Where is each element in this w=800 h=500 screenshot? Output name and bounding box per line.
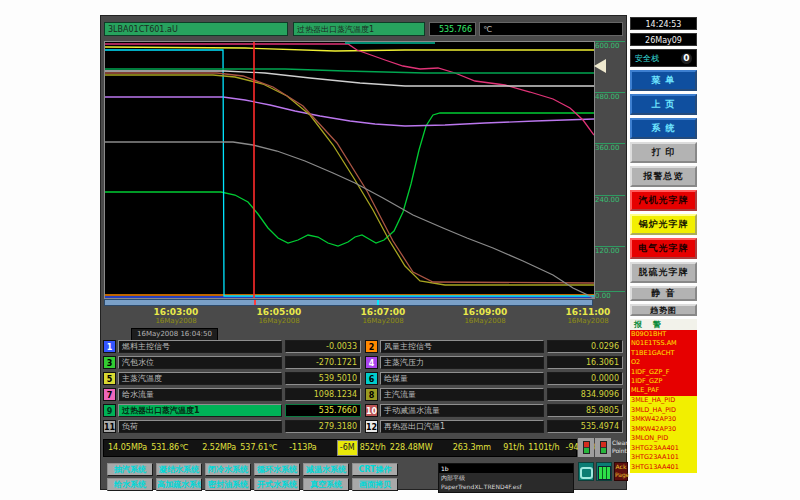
trend-stop-button[interactable] bbox=[595, 438, 611, 457]
x-tick-date: 16May2008 bbox=[343, 317, 423, 325]
sidebar-button[interactable]: 系 统 bbox=[630, 118, 697, 139]
x-tick: 16:07:0016May2008 bbox=[343, 308, 423, 325]
trend-run-button[interactable] bbox=[578, 438, 594, 457]
alarm-tag[interactable]: 3HTG23AA401 bbox=[630, 444, 697, 454]
alarm-tag[interactable]: 3MKW42AP30 bbox=[630, 425, 697, 435]
value-slider-triangle-icon[interactable] bbox=[594, 59, 606, 73]
trend-curve-spray-water-flow bbox=[105, 73, 594, 283]
ack-page-button[interactable]: Ack Page bbox=[614, 462, 628, 481]
alarm-tag[interactable]: T1BE1GACHT bbox=[630, 349, 697, 358]
legend-row[interactable]: 2风量主控信号0.0296 bbox=[365, 340, 623, 353]
link-pages-button[interactable] bbox=[578, 462, 594, 481]
plant-status-bar: 14.05MPa531.86℃2.52MPa537.61℃-113Pa-6M85… bbox=[103, 439, 577, 457]
nav-button[interactable]: 高加疏水系统 bbox=[156, 478, 202, 491]
sidebar-button[interactable]: 静 音 bbox=[630, 286, 697, 301]
command-input[interactable]: 1b bbox=[439, 464, 573, 473]
legend-row[interactable]: 3汽包水位-270.1721 bbox=[103, 356, 361, 369]
legend-row[interactable]: 10手动减温水流量85.9805 bbox=[365, 404, 623, 417]
legend-color-chip: 8 bbox=[365, 388, 378, 401]
alarm-tag[interactable]: 1IDF_GZP bbox=[630, 377, 697, 386]
scrollbar-cursor-tick[interactable] bbox=[254, 300, 256, 305]
sidebar-button[interactable]: 汽机光字牌 bbox=[630, 190, 697, 211]
alarm-tag[interactable]: B09O1BHT bbox=[630, 330, 697, 339]
nav-row-1: 抽汽系统凝结水系统闭冷水系统循环水系统减温水系统CRT操作 bbox=[107, 463, 398, 476]
nav-button[interactable]: 减温水系统 bbox=[303, 463, 349, 476]
nav-button[interactable]: 开式水系统 bbox=[254, 478, 300, 491]
alarm-tag[interactable]: 3MLON_PID bbox=[630, 434, 697, 444]
sidebar-button[interactable]: 趋势图 bbox=[630, 304, 697, 316]
legend-value: 535.4974 bbox=[547, 420, 623, 433]
alarm-tag[interactable]: 3HTG23AA101 bbox=[630, 453, 697, 463]
legend-label: 汽包水位 bbox=[118, 356, 282, 369]
legend-row[interactable]: 8主汽流量834.9096 bbox=[365, 388, 623, 401]
x-tick-date: 16May2008 bbox=[548, 317, 628, 325]
legend-row[interactable]: 12再热器出口汽温1535.4974 bbox=[365, 420, 623, 433]
alarm-tag[interactable]: 3MLE_HA_PID bbox=[630, 396, 697, 406]
legend-label: 再热器出口汽温1 bbox=[380, 420, 544, 433]
page-path-label: PaperTrendXL.TREND4F.esf bbox=[439, 482, 573, 491]
tag-description-field[interactable]: 过热器出口蒸汽温度1 bbox=[293, 22, 425, 36]
nav-button[interactable]: 密封油系统 bbox=[205, 478, 251, 491]
status-cell: 263.3mm bbox=[451, 441, 494, 455]
tag-name-field[interactable]: 3LBA01CT601.aU bbox=[104, 22, 288, 36]
nav-button[interactable]: CRT操作 bbox=[352, 463, 398, 476]
nav-button[interactable]: 抽汽系统 bbox=[107, 463, 153, 476]
alarm-tag[interactable]: N01E1TSS.AM bbox=[630, 339, 697, 348]
legend-label: 给水流量 bbox=[118, 388, 282, 401]
sidebar-button[interactable]: 菜 单 bbox=[630, 70, 697, 91]
alarm-tag[interactable]: 3HTG13AA401 bbox=[630, 463, 697, 473]
legend-color-chip: 10 bbox=[365, 404, 378, 417]
legend-label: 过热器出口蒸汽温度1 bbox=[118, 404, 282, 417]
sidebar-button[interactable]: 脱硫光字牌 bbox=[630, 262, 697, 283]
status-cell: 852t/h bbox=[358, 441, 388, 455]
page-grid-button[interactable] bbox=[596, 462, 612, 481]
safety-stack-value: 0 bbox=[681, 53, 692, 64]
x-tick-time: 16:09:00 bbox=[445, 308, 525, 317]
nav-button[interactable]: 真空系统 bbox=[303, 478, 349, 491]
legend-row[interactable]: 6给煤量0.0000 bbox=[365, 372, 623, 385]
legend-label: 主汽流量 bbox=[380, 388, 544, 401]
legend-row[interactable]: 9过热器出口蒸汽温度1535.7660 bbox=[103, 404, 361, 417]
x-tick-time: 16:05:00 bbox=[239, 308, 319, 317]
time-scrollbar[interactable] bbox=[104, 299, 593, 306]
nav-button[interactable]: 循环水系统 bbox=[254, 463, 300, 476]
alarm-list-active: B09O1BHTN01E1TSS.AMT1BE1GACHTO21IDF_GZP_… bbox=[630, 330, 697, 396]
legend-color-chip: 9 bbox=[103, 404, 116, 417]
nav-button[interactable]: 凝结水系统 bbox=[156, 463, 202, 476]
status-cell: 2.52MPa bbox=[200, 441, 238, 455]
trend-curve-coal-feed bbox=[105, 50, 594, 296]
status-cell: 91t/h bbox=[501, 441, 526, 455]
trend-curve-drum-level bbox=[105, 113, 594, 246]
nav-button[interactable]: 闭冷水系统 bbox=[205, 463, 251, 476]
alarm-tag[interactable]: 3MLD_HA_PID bbox=[630, 406, 697, 416]
safety-stack-indicator: 安全栈 0 bbox=[630, 49, 697, 67]
legend-column-left: 1燃料主控信号-0.00333汽包水位-270.17215主蒸汽温度539.50… bbox=[103, 340, 361, 436]
sidebar-button[interactable]: 打 印 bbox=[630, 142, 697, 163]
legend-color-chip: 11 bbox=[103, 420, 116, 433]
traffic-light-icon bbox=[583, 441, 590, 454]
y-tick-label: 0.00 bbox=[595, 291, 625, 300]
alarm-list-acknowledged: 3MLE_HA_PID3MLD_HA_PID3MKW42AP303MKW42AP… bbox=[630, 396, 697, 473]
sidebar-button[interactable]: 报警总览 bbox=[630, 166, 697, 187]
nav-button[interactable]: 画面拷贝 bbox=[352, 478, 398, 491]
sidebar-button[interactable]: 电气光字牌 bbox=[630, 238, 697, 259]
alarm-tag[interactable]: 3MKW42AP30 bbox=[630, 415, 697, 425]
legend-color-chip: 12 bbox=[365, 420, 378, 433]
alarm-tag[interactable]: O2 bbox=[630, 358, 697, 367]
legend-row[interactable]: 4主蒸汽压力16.3061 bbox=[365, 356, 623, 369]
sidebar-button[interactable]: 上 页 bbox=[630, 94, 697, 115]
command-box[interactable]: 1b 内部平级 PaperTrendXL.TREND4F.esf bbox=[438, 463, 574, 493]
nav-button[interactable]: 给水系统 bbox=[107, 478, 153, 491]
legend-row[interactable]: 5主蒸汽温度539.5010 bbox=[103, 372, 361, 385]
legend-row[interactable]: 11负荷279.3180 bbox=[103, 420, 361, 433]
legend-value: 0.0000 bbox=[547, 372, 623, 385]
scrollbar-position-tick[interactable] bbox=[377, 300, 379, 305]
alarm-tag[interactable]: 1IDF_GZP_F bbox=[630, 368, 697, 377]
sidebar-button[interactable]: 锅炉光字牌 bbox=[630, 214, 697, 235]
y-tick-label: 480.00 bbox=[595, 92, 625, 101]
legend-row[interactable]: 7给水流量1098.1234 bbox=[103, 388, 361, 401]
alarm-tag[interactable]: MLE_PAF bbox=[630, 386, 697, 395]
legend-row[interactable]: 1燃料主控信号-0.0033 bbox=[103, 340, 361, 353]
x-tick-date: 16May2008 bbox=[445, 317, 525, 325]
legend-value: 85.9805 bbox=[547, 404, 623, 417]
